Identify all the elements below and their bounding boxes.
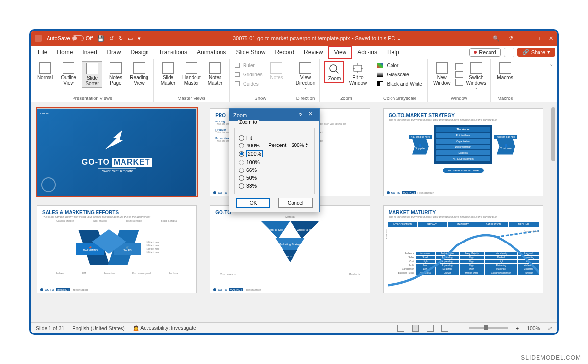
fit-icon[interactable]: ⤢ <box>548 325 552 331</box>
view-slideshow-icon[interactable] <box>441 325 448 332</box>
minimize-icon[interactable]: — <box>522 35 528 42</box>
color-button[interactable]: Color <box>376 61 423 69</box>
zoom-option-33[interactable]: 33% <box>239 182 310 190</box>
view-normal-icon[interactable] <box>397 325 404 332</box>
cancel-button[interactable]: Cancel <box>278 198 313 208</box>
outline-view-button[interactable]: Outline View <box>58 61 79 87</box>
status-language[interactable]: English (United States) <box>72 325 124 331</box>
ruler-checkbox[interactable]: Ruler <box>234 61 263 69</box>
grayscale-button[interactable]: Grayscale <box>376 71 423 78</box>
menu-review[interactable]: Review <box>299 47 328 58</box>
handout-master-button[interactable]: Handout Master <box>181 61 202 87</box>
zoom-option-100[interactable]: 100% <box>239 158 310 166</box>
fit-to-window-button[interactable]: Fit to Window <box>347 61 368 87</box>
undo-icon[interactable]: ↺ <box>109 35 114 42</box>
view-sorter-icon[interactable] <box>412 325 419 332</box>
outline-view-icon <box>63 62 74 74</box>
menu-slideshow[interactable]: Slide Show <box>231 47 270 58</box>
slide-thumb-6[interactable]: MARKET MATURITY This is the sample dummy… <box>383 205 543 293</box>
zoom-button[interactable]: Zoom <box>324 61 344 83</box>
macros-icon <box>499 62 511 74</box>
ribbon-collapse-icon[interactable]: ⌄ <box>545 59 557 102</box>
view-direction-button[interactable]: View Direction⌄ <box>295 61 316 91</box>
switch-windows-button[interactable]: Switch Windows⌄ <box>466 61 487 91</box>
arrange-all-icon[interactable] <box>455 63 463 70</box>
menu-home[interactable]: Home <box>52 47 77 58</box>
svg-rect-2 <box>354 65 362 71</box>
account-icon[interactable]: ⚗ <box>509 35 514 42</box>
vertical-scrollbar[interactable] <box>550 105 556 319</box>
menu-transitions[interactable]: Transitions <box>154 47 192 58</box>
normal-view-button[interactable]: Normal <box>35 61 55 81</box>
record-button[interactable]: Record <box>469 48 500 57</box>
cascade-icon[interactable] <box>455 71 463 78</box>
guides-checkbox[interactable]: Guides <box>234 80 263 88</box>
dialog-help-icon[interactable]: ? <box>299 112 302 118</box>
zoom-out-button[interactable]: — <box>456 325 462 331</box>
group-color: Color Grayscale Black and White Color/Gr… <box>372 59 427 102</box>
maximize-icon[interactable]: □ <box>537 35 540 42</box>
share-button[interactable]: 🔗 Share ▾ <box>517 48 555 57</box>
macros-button[interactable]: Macros <box>495 61 515 81</box>
slide-sorter-button[interactable]: Slide Sorter <box>82 61 102 88</box>
gridlines-checkbox[interactable]: Gridlines <box>234 71 263 78</box>
window-title: 30075-01-go-to-market-powerpoint-templat… <box>141 35 493 42</box>
zoom-percent-input[interactable]: 200%▲▼ <box>290 141 310 149</box>
autosave-toggle[interactable]: AutoSave Off <box>47 35 93 41</box>
slide-sorter-icon <box>86 63 98 74</box>
direction-icon <box>299 62 311 74</box>
ok-button[interactable]: OK <box>236 198 270 208</box>
slide-master-button[interactable]: Slide Master <box>158 61 178 87</box>
save-icon[interactable]: 💾 <box>98 35 104 42</box>
close-icon[interactable]: ✕ <box>549 35 553 42</box>
zoom-option-66[interactable]: 66% <box>239 166 310 174</box>
bw-button[interactable]: Black and White <box>376 80 423 88</box>
watermark: SLIDEMODEL.COM <box>521 354 581 361</box>
search-icon[interactable]: 🔍 <box>493 35 500 42</box>
notes-page-button[interactable]: Notes Page <box>105 61 126 87</box>
titlebar: AutoSave Off 💾 ↺ ↻ ▭ ▾ 30075-01-go-to-ma… <box>31 31 557 46</box>
menu-help[interactable]: Help <box>382 47 404 58</box>
notes-master-button[interactable]: Notes Master <box>205 61 225 87</box>
notes-master-icon <box>209 62 221 74</box>
menu-record[interactable]: Record <box>270 47 299 58</box>
split-icon[interactable] <box>455 79 463 86</box>
group-master-views: Slide Master Handout Master Notes Master… <box>154 59 230 102</box>
view-reading-icon[interactable] <box>427 325 434 332</box>
zoom-in-button[interactable]: + <box>516 325 519 331</box>
zoom-option-50[interactable]: 50% <box>239 174 310 182</box>
menu-design[interactable]: Design <box>125 47 153 58</box>
slide-thumb-3[interactable]: GO-TO-MARKET STRATEGY This is the sample… <box>383 108 543 196</box>
menu-animations[interactable]: Animations <box>192 47 231 58</box>
menu-addins[interactable]: Add-ins <box>352 47 382 58</box>
menu-view[interactable]: View <box>328 46 352 59</box>
group-direction: View Direction⌄ Direction <box>291 59 320 102</box>
scrollbar-thumb[interactable] <box>551 107 555 161</box>
switch-windows-icon <box>470 62 482 74</box>
slide-thumb-5[interactable]: GO-TO Markets What to SellWhere to sell … <box>210 205 370 293</box>
menu-draw[interactable]: Draw <box>102 47 125 58</box>
zoom-option-200[interactable]: 200% <box>239 149 310 158</box>
menubar: File Home Insert Draw Design Transitions… <box>31 46 557 59</box>
group-show: Ruler Gridlines Guides Notes Show <box>230 59 291 102</box>
zoom-slider[interactable] <box>469 327 508 329</box>
statusbar: Slide 1 of 31 English (United States) 🙍 … <box>31 322 557 333</box>
reading-view-button[interactable]: Reading View <box>129 61 149 87</box>
menu-insert[interactable]: Insert <box>77 47 102 58</box>
comments-icon[interactable] <box>504 48 514 57</box>
svg-line-1 <box>336 71 339 73</box>
slide-thumb-4[interactable]: SALES & MARKETING EFFORTS This is the sa… <box>37 205 197 293</box>
status-slide: Slide 1 of 31 <box>36 325 64 331</box>
group-presentation-views: Normal Outline View Slide Sorter Notes P… <box>31 59 154 102</box>
notes-button: Notes <box>266 61 287 81</box>
menu-file[interactable]: File <box>33 47 52 58</box>
dialog-close-icon[interactable]: ✕ <box>305 111 316 120</box>
redo-icon[interactable]: ↻ <box>119 35 123 42</box>
slide-thumb-1[interactable]: 〰〰 GO-TO MARKET PowerPoint Template 1 <box>37 108 197 196</box>
notes-page-icon <box>110 62 122 74</box>
group-window: New Window Switch Windows⌄ Window <box>428 59 491 102</box>
status-accessibility[interactable]: 🙍 Accessibility: Investigate <box>133 325 196 331</box>
zoom-level[interactable]: 100% <box>527 325 540 331</box>
quickaccess-icon[interactable]: ▭ <box>128 35 133 42</box>
new-window-button[interactable]: New Window <box>432 61 452 87</box>
